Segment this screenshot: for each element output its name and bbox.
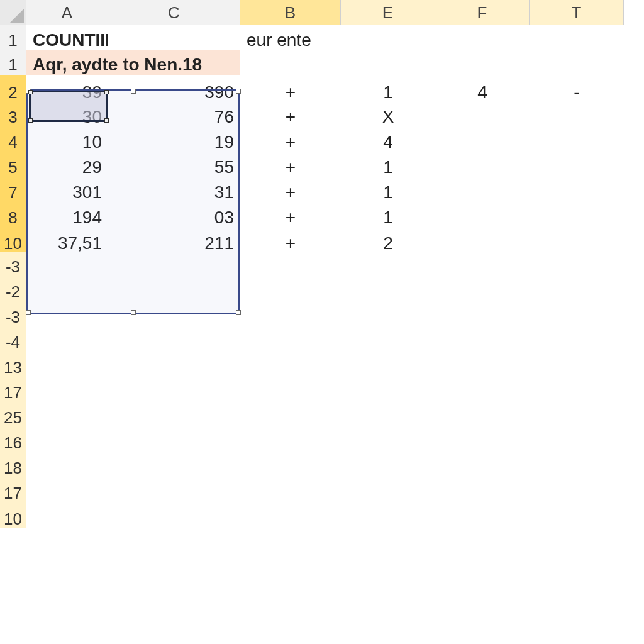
cell[interactable] xyxy=(435,503,530,528)
col-header[interactable]: E xyxy=(341,0,435,25)
col-header[interactable]: C xyxy=(108,0,240,25)
cell[interactable] xyxy=(240,503,341,528)
cell[interactable] xyxy=(26,503,108,528)
col-header[interactable]: A xyxy=(26,0,108,25)
col-header[interactable]: T xyxy=(530,0,624,25)
cell[interactable] xyxy=(530,503,624,528)
select-all-corner[interactable] xyxy=(0,0,26,25)
spreadsheet[interactable]: A C B E F T 1COUNTIIFSeur ente1Aqr, aydt… xyxy=(0,0,644,644)
col-header[interactable]: F xyxy=(435,0,530,25)
row-header[interactable]: 10 xyxy=(0,503,26,528)
cell[interactable] xyxy=(108,503,240,528)
cell[interactable] xyxy=(341,503,435,528)
col-header[interactable]: B xyxy=(240,0,341,25)
